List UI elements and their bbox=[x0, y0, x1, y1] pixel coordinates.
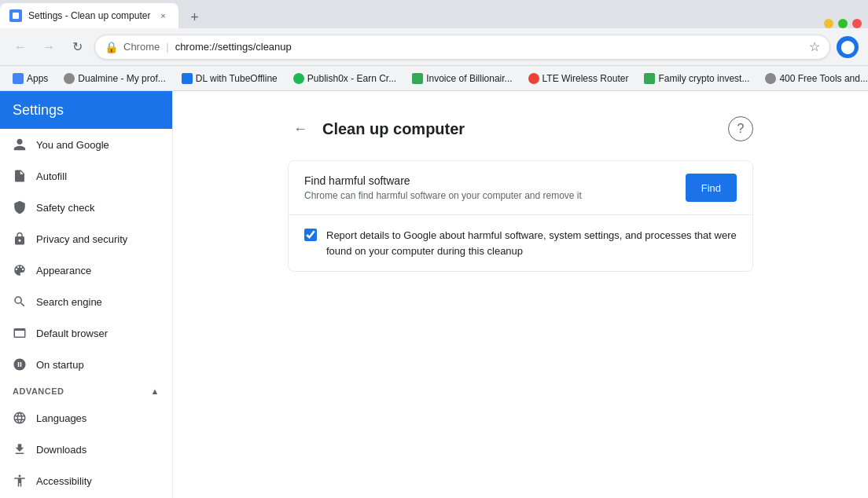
svg-rect-0 bbox=[13, 13, 19, 19]
sidebar-scroll-area[interactable]: You and Google Autofill Safety check bbox=[0, 129, 172, 498]
omnibox[interactable]: 🔒 Chrome | chrome://settings/cleanup ☆ bbox=[94, 35, 830, 60]
lte-router-favicon bbox=[528, 73, 539, 84]
find-harmful-software-card: Find harmful software Chrome can find ha… bbox=[288, 160, 753, 272]
sidebar-autofill-label: Autofill bbox=[36, 170, 160, 182]
forward-button[interactable]: → bbox=[38, 36, 60, 58]
dl-tube-favicon bbox=[182, 73, 193, 84]
omnibox-path: chrome://settings/cleanup bbox=[175, 41, 803, 53]
appearance-icon bbox=[13, 263, 27, 277]
address-bar: ← → ↻ 🔒 Chrome | chrome://settings/clean… bbox=[0, 28, 868, 66]
bookmark-dualmine[interactable]: Dualmine - My prof... bbox=[57, 69, 171, 88]
settings-sidebar: Settings You and Google Autofill bbox=[0, 91, 173, 498]
help-icon: ? bbox=[737, 122, 745, 136]
bookmarks-bar: Apps Dualmine - My prof... DL with TubeO… bbox=[0, 66, 868, 91]
help-button[interactable]: ? bbox=[728, 116, 753, 141]
bookmark-invoice[interactable]: Invoice of Billionair... bbox=[406, 69, 518, 88]
sidebar-you-google-label: You and Google bbox=[36, 139, 160, 151]
bookmark-lte-router[interactable]: LTE Wireless Router bbox=[522, 69, 635, 88]
sidebar-default-browser-label: Default browser bbox=[36, 328, 160, 339]
settings-main-content: ← Clean up computer ? Find harmful softw… bbox=[173, 91, 868, 498]
sidebar-search-engine-label: Search engine bbox=[36, 296, 160, 308]
sidebar-item-appearance[interactable]: Appearance bbox=[0, 254, 172, 286]
omnibox-separator: | bbox=[166, 41, 168, 53]
sidebar-item-accessibility[interactable]: Accessibility bbox=[0, 465, 172, 496]
browser-frame: Settings - Clean up computer × + ← → ↻ 🔒… bbox=[0, 0, 868, 498]
back-button[interactable]: ← bbox=[9, 36, 31, 58]
browser-icon bbox=[13, 326, 27, 340]
bookmark-dl-tube[interactable]: DL with TubeOffline bbox=[175, 69, 284, 88]
maximize-button[interactable] bbox=[838, 19, 848, 28]
autofill-icon bbox=[13, 169, 27, 183]
globe-icon bbox=[13, 411, 27, 425]
bookmark-400-free-label: 400 Free Tools and... bbox=[779, 73, 868, 84]
invoice-favicon bbox=[412, 73, 423, 84]
dualmine-favicon bbox=[64, 73, 75, 84]
sidebar-item-autofill[interactable]: Autofill bbox=[0, 160, 172, 192]
bookmark-family-crypto-label: Family crypto invest... bbox=[658, 73, 749, 84]
bookmark-dl-tube-label: DL with TubeOffline bbox=[196, 73, 278, 84]
bookmark-apps[interactable]: Apps bbox=[6, 69, 54, 88]
settings-page: ← Clean up computer ? Find harmful softw… bbox=[269, 91, 772, 297]
profile-button[interactable]: ⬤ bbox=[837, 36, 859, 58]
sidebar-on-startup-label: On startup bbox=[36, 359, 160, 371]
privacy-icon bbox=[13, 232, 27, 246]
sidebar-item-default-browser[interactable]: Default browser bbox=[0, 317, 172, 349]
sidebar-item-on-startup[interactable]: On startup bbox=[0, 349, 172, 380]
bookmark-family-crypto[interactable]: Family crypto invest... bbox=[638, 69, 756, 88]
minimize-button[interactable] bbox=[824, 19, 833, 28]
bookmark-lte-router-label: LTE Wireless Router bbox=[542, 73, 629, 84]
find-software-info: Find harmful software Chrome can find ha… bbox=[304, 174, 673, 201]
sidebar-item-safety-check[interactable]: Safety check bbox=[0, 192, 172, 223]
shield-icon bbox=[13, 200, 27, 214]
tab-bar: Settings - Clean up computer × + bbox=[0, 0, 868, 28]
startup-icon bbox=[13, 357, 27, 372]
omnibox-origin: Chrome bbox=[123, 41, 160, 53]
400-free-favicon bbox=[765, 73, 776, 84]
bookmark-publish0x[interactable]: Publish0x - Earn Cr... bbox=[287, 69, 403, 88]
profile-icon: ⬤ bbox=[840, 39, 855, 54]
sidebar-safety-check-label: Safety check bbox=[36, 202, 160, 214]
content-area: Settings You and Google Autofill bbox=[0, 91, 868, 498]
report-checkbox[interactable] bbox=[304, 229, 317, 241]
sidebar-item-languages[interactable]: Languages bbox=[0, 402, 172, 434]
sidebar-item-privacy-security[interactable]: Privacy and security bbox=[0, 223, 172, 254]
active-tab[interactable]: Settings - Clean up computer × bbox=[0, 3, 178, 28]
bookmark-dualmine-label: Dualmine - My prof... bbox=[78, 73, 165, 84]
find-software-title: Find harmful software bbox=[304, 174, 673, 187]
person-icon bbox=[13, 137, 27, 152]
close-window-button[interactable] bbox=[852, 19, 862, 28]
window-controls bbox=[819, 19, 868, 28]
new-tab-button[interactable]: + bbox=[182, 6, 207, 28]
report-checkbox-row: Report details to Google about harmful s… bbox=[289, 215, 752, 271]
sidebar-downloads-label: Downloads bbox=[36, 444, 160, 456]
sidebar-item-you-google[interactable]: You and Google bbox=[0, 129, 172, 160]
report-checkbox-wrap[interactable] bbox=[304, 229, 317, 244]
search-icon bbox=[13, 295, 27, 309]
tab-close-button[interactable]: × bbox=[156, 9, 169, 22]
tab-title: Settings - Clean up computer bbox=[28, 10, 150, 21]
page-title: Clean up computer bbox=[322, 120, 719, 138]
find-button[interactable]: Find bbox=[686, 174, 737, 202]
sidebar-privacy-security-label: Privacy and security bbox=[36, 233, 160, 245]
sidebar-item-downloads[interactable]: Downloads bbox=[0, 434, 172, 465]
sidebar-item-search-engine[interactable]: Search engine bbox=[0, 286, 172, 317]
bookmark-publish0x-label: Publish0x - Earn Cr... bbox=[307, 73, 396, 84]
accessibility-icon bbox=[13, 474, 27, 488]
page-back-button[interactable]: ← bbox=[288, 116, 313, 141]
advanced-section-header[interactable]: Advanced ▲ bbox=[0, 380, 172, 402]
bookmark-400-free[interactable]: 400 Free Tools and... bbox=[759, 69, 868, 88]
find-software-row: Find harmful software Chrome can find ha… bbox=[289, 161, 752, 215]
bookmark-invoice-label: Invoice of Billionair... bbox=[426, 73, 512, 84]
bookmark-star-icon[interactable]: ☆ bbox=[809, 39, 820, 54]
find-software-description: Chrome can find harmful software on your… bbox=[304, 190, 673, 201]
bookmark-apps-label: Apps bbox=[27, 73, 48, 84]
report-checkbox-label: Report details to Google about harmful s… bbox=[326, 228, 737, 258]
download-icon bbox=[13, 442, 27, 456]
refresh-button[interactable]: ↻ bbox=[66, 36, 88, 58]
sidebar-languages-label: Languages bbox=[36, 412, 160, 424]
advanced-label: Advanced bbox=[13, 386, 64, 396]
lock-icon: 🔒 bbox=[105, 41, 117, 53]
sidebar-header-title: Settings bbox=[13, 102, 64, 119]
family-crypto-favicon bbox=[644, 73, 655, 84]
advanced-collapse-icon[interactable]: ▲ bbox=[151, 386, 160, 396]
